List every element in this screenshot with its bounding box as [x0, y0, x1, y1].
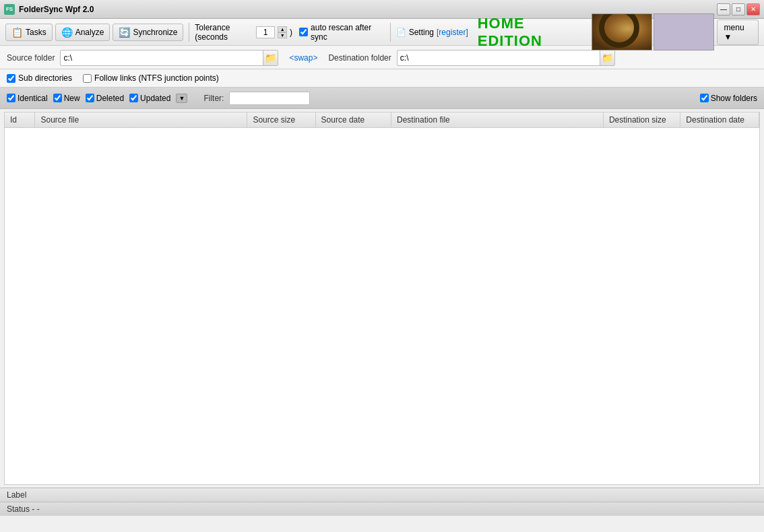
- maximize-button[interactable]: □: [732, 3, 745, 15]
- filter-toolbar: Identical New Deleted Updated ▼ Filter: …: [0, 88, 764, 109]
- source-folder-input[interactable]: [61, 52, 263, 64]
- toolbar: 📋 Tasks 🌐 Analyze 🔄 Synchronize Toleranc…: [0, 19, 764, 46]
- identical-filter-checkbox[interactable]: [7, 94, 15, 102]
- sub-directories-label[interactable]: Sub directories: [7, 73, 72, 83]
- statusbar-status: Status - -: [0, 502, 764, 516]
- image-thumbnail: [592, 13, 652, 51]
- sub-directories-checkbox[interactable]: [7, 74, 15, 83]
- col-source-size: Source size: [247, 112, 315, 128]
- filter-dropdown-arrow[interactable]: ▼: [176, 94, 187, 103]
- image-placeholder: [654, 13, 714, 51]
- settings-button[interactable]: 📄 Setting [register]: [396, 28, 468, 37]
- updated-filter-label[interactable]: Updated: [129, 94, 170, 103]
- analyze-button[interactable]: 🌐 Analyze: [55, 24, 110, 41]
- col-id: Id: [5, 112, 35, 128]
- table-header-row: Id Source file Source size Source date D…: [5, 112, 759, 128]
- synchronize-button[interactable]: 🔄 Synchronize: [113, 24, 183, 41]
- options-row: Sub directories Follow links (NTFS junct…: [0, 69, 764, 88]
- analyze-icon: 🌐: [61, 27, 73, 38]
- tolerance-box: Tolerance (seconds ▲ ▼ ): [195, 23, 292, 42]
- deleted-filter-checkbox[interactable]: [86, 94, 94, 102]
- auto-rescan-checkbox[interactable]: [299, 28, 308, 36]
- source-folder-wrap: 📁: [60, 50, 278, 66]
- tolerance-close: ): [290, 28, 292, 37]
- col-destination-file: Destination file: [391, 112, 604, 128]
- file-table: Id Source file Source size Source date D…: [5, 112, 759, 128]
- show-folders-checkbox[interactable]: [700, 94, 709, 102]
- synchronize-label: Synchronize: [133, 28, 177, 37]
- follow-links-label[interactable]: Follow links (NTFS junction points): [83, 73, 219, 83]
- col-source-date: Source date: [315, 112, 391, 128]
- col-source-file: Source file: [35, 112, 247, 128]
- app-icon-text: FS: [6, 6, 13, 12]
- identical-filter-text: Identical: [18, 94, 48, 103]
- tolerance-label: Tolerance (seconds: [195, 23, 253, 42]
- tasks-icon: 📋: [11, 27, 23, 38]
- updated-filter-checkbox[interactable]: [129, 94, 138, 102]
- toolbar-divider-2: [390, 23, 391, 42]
- new-filter-checkbox[interactable]: [53, 94, 62, 102]
- source-browse-button[interactable]: 📁: [263, 51, 278, 65]
- titlebar-controls: — □ ✕: [717, 3, 760, 15]
- col-destination-date: Destination date: [680, 112, 759, 128]
- deleted-filter-label[interactable]: Deleted: [86, 94, 124, 103]
- register-link[interactable]: [register]: [437, 28, 468, 37]
- new-filter-text: New: [64, 94, 80, 103]
- deleted-filter-text: Deleted: [96, 94, 124, 103]
- source-folder-label: Source folder: [7, 53, 55, 63]
- tolerance-up[interactable]: ▲: [278, 26, 287, 32]
- file-table-container: Id Source file Source size Source date D…: [4, 112, 760, 485]
- destination-folder-label: Destination folder: [328, 53, 391, 63]
- tasks-label: Tasks: [26, 28, 46, 37]
- destination-folder-input[interactable]: [397, 52, 600, 64]
- titlebar-left: FS FolderSync Wpf 2.0: [4, 4, 94, 15]
- close-button[interactable]: ✕: [746, 3, 760, 15]
- minimize-button[interactable]: —: [717, 3, 730, 15]
- follow-links-text: Follow links (NTFS junction points): [94, 73, 219, 83]
- menu-label: menu ▼: [724, 23, 751, 42]
- app-icon: FS: [4, 4, 15, 15]
- status-text: Status - -: [7, 504, 40, 514]
- sync-icon: 🔄: [119, 27, 130, 38]
- show-folders-label[interactable]: Show folders: [700, 94, 757, 103]
- statusbar-label: Label: [0, 488, 764, 502]
- settings-label: Setting: [409, 28, 434, 37]
- destination-browse-button[interactable]: 📁: [600, 51, 614, 65]
- swap-button[interactable]: <swap>: [289, 53, 317, 63]
- show-folders-text: Show folders: [711, 94, 757, 103]
- tolerance-input[interactable]: [256, 26, 275, 38]
- toolbar-divider-1: [189, 23, 189, 42]
- label-text: Label: [7, 490, 26, 500]
- new-filter-label[interactable]: New: [53, 94, 80, 103]
- identical-filter-label[interactable]: Identical: [7, 94, 48, 103]
- filter-input[interactable]: [229, 92, 310, 105]
- destination-folder-wrap: 📁: [397, 50, 615, 66]
- follow-links-checkbox[interactable]: [83, 74, 92, 83]
- image-area: [592, 13, 714, 51]
- analyze-label: Analyze: [75, 28, 104, 37]
- settings-icon: 📄: [396, 28, 406, 37]
- updated-filter-text: Updated: [140, 94, 170, 103]
- auto-rescan-container: auto rescan after sync: [299, 23, 381, 42]
- col-destination-size: Destination size: [603, 112, 680, 128]
- auto-rescan-label: auto rescan after sync: [311, 23, 381, 42]
- home-edition-label: HOME EDITION: [478, 15, 582, 50]
- table-header: Id Source file Source size Source date D…: [5, 112, 759, 128]
- menu-button[interactable]: menu ▼: [717, 20, 759, 45]
- filter-label: Filter:: [203, 94, 224, 103]
- tolerance-down[interactable]: ▼: [278, 32, 287, 38]
- tolerance-spinner: ▲ ▼: [278, 26, 287, 38]
- sub-directories-text: Sub directories: [18, 73, 72, 83]
- app-title: FolderSync Wpf 2.0: [19, 5, 94, 14]
- tasks-button[interactable]: 📋 Tasks: [5, 24, 53, 41]
